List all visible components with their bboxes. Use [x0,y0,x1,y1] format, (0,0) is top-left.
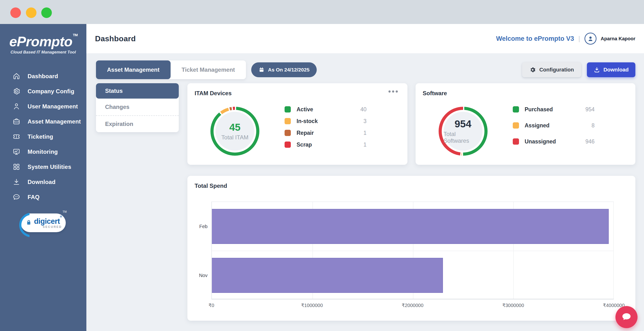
gear-icon [12,87,20,95]
dashboard-grid: Status Changes Expiration ITAM Devices [96,83,635,321]
tab-group: Asset Management Ticket Management [96,60,246,79]
legend-value: 8 [592,122,594,129]
gear-icon [529,66,536,73]
legend-value: 946 [586,138,594,145]
home-icon [12,72,20,80]
category-label: Feb [193,224,208,229]
user-avatar[interactable] [584,32,596,44]
brand-name: ePromptoTM [0,34,86,48]
tab-asset-management[interactable]: Asset Management [96,60,170,79]
sidebar-item-ticketing[interactable]: Ticketing [0,129,86,144]
legend-label: Active [296,106,313,113]
x-tick-label: ₹3000000 [502,302,524,308]
sidebar-item-label: System Utilities [28,164,71,170]
legend-value: 954 [586,106,594,113]
x-tick-label: ₹2000000 [402,302,424,308]
sidebar-item-download[interactable]: Download [0,174,86,190]
legend-row: Scrap 1 [284,142,367,148]
legend-label: Unassigned [525,138,556,145]
sidebar-item-faq[interactable]: FAQ [0,190,86,204]
tab-ticket-management[interactable]: Ticket Management [170,60,246,79]
digicert-trademark: TM [62,210,67,214]
download-icon [12,178,20,186]
brand-tagline: Cloud Based IT Management Tool [0,50,86,55]
legend-value: 40 [360,106,367,113]
sidebar-item-asset-management[interactable]: Asset Management [0,114,86,129]
bar-nov [212,258,443,293]
legend-label: Assigned [525,122,550,129]
software-total-value: 954 [454,118,471,130]
card-menu-icon[interactable] [388,90,398,92]
legend-value: 3 [364,118,367,124]
chat-bubble-icon [621,311,632,323]
digicert-badge: TM digicert® SECURED [21,214,66,232]
configuration-label: Configuration [540,67,574,73]
software-card: Software 954 Total Softwares Pu [416,83,636,165]
page-title: Dashboard [95,34,136,43]
close-button[interactable] [10,8,21,18]
main-area: Dashboard Welcome to ePrompto V3 | Aparn… [86,24,644,331]
brand-trademark: TM [73,33,78,37]
download-button[interactable]: Download [587,62,635,77]
welcome-text: Welcome to ePrompto V3 [496,35,574,42]
digicert-name: digicert® [34,218,62,225]
software-legend: Purchased 954 Assigned 8 [513,106,595,145]
download-label: Download [604,67,629,73]
header-separator: | [578,35,580,42]
header-right: Welcome to ePrompto V3 | Aparna Kapoor [496,32,635,44]
sidebar-item-label: Download [28,179,56,186]
legend-swatch-assigned [513,122,519,128]
sidebar-item-label: Monitoring [28,148,58,155]
person-icon [587,35,594,42]
bar-feb [212,209,609,244]
page-header: Dashboard Welcome to ePrompto V3 | Aparn… [86,24,644,53]
chat-icon [12,193,20,201]
content-area: Asset Management Ticket Management As On… [86,53,644,331]
sidebar: ePromptoTM Cloud Based IT Management Too… [0,24,86,331]
cards-column: ITAM Devices 45 Total ITAM [188,83,635,321]
legend-value: 1 [364,130,367,136]
legend-row: Assigned 8 [513,122,595,128]
minimize-button[interactable] [26,8,36,18]
sidebar-item-label: Dashboard [28,73,58,80]
x-tick-label: ₹0 [208,302,214,308]
legend-row: Active 40 [284,106,367,112]
lock-icon [26,218,32,228]
x-tick-label: ₹1000000 [301,302,323,308]
chat-fab-button[interactable] [616,306,638,328]
bar-row-feb: Feb [212,202,614,251]
legend-swatch-scrap [284,142,291,148]
legend-label: Scrap [296,142,312,148]
toolbar: Asset Management Ticket Management As On… [96,60,635,79]
subtab-expiration[interactable]: Expiration [96,115,179,132]
sidebar-item-monitoring[interactable]: Monitoring [0,144,86,159]
configuration-button[interactable]: Configuration [522,62,581,77]
briefcase-icon [12,118,20,126]
legend-value: 1 [364,142,367,148]
bar-row-nov: Nov [212,251,614,300]
legend-row: In-stock 3 [284,118,367,124]
subtab-changes[interactable]: Changes [96,98,179,115]
card-title: ITAM Devices [194,90,232,97]
sidebar-item-user-management[interactable]: User Management [0,99,86,114]
sidebar-item-dashboard[interactable]: Dashboard [0,68,86,84]
maximize-button[interactable] [41,8,52,18]
as-on-date-pill[interactable]: As On 24/12/2025 [251,62,317,77]
download-icon [594,67,600,73]
total-spend-chart: Feb Nov [212,202,614,299]
sidebar-item-system-utilities[interactable]: System Utilities [0,159,86,174]
itam-total-label: Total ITAM [222,134,248,141]
software-total-label: Total Softwares [444,131,482,144]
category-label: Nov [193,273,208,278]
digicert-secured-label: SECURED [43,226,62,228]
itam-donut-chart: 45 Total ITAM [210,107,260,156]
ticket-icon [12,133,20,140]
software-donut-center: 954 Total Softwares [444,112,482,151]
user-icon [12,102,20,110]
card-title: Software [423,90,447,97]
legend-row: Repair 1 [284,130,367,136]
subtab-status[interactable]: Status [96,83,179,98]
as-on-date-label: As On 24/12/2025 [268,67,310,73]
sidebar-item-company-config[interactable]: Company Config [0,84,86,99]
legend-label: Purchased [525,106,553,113]
